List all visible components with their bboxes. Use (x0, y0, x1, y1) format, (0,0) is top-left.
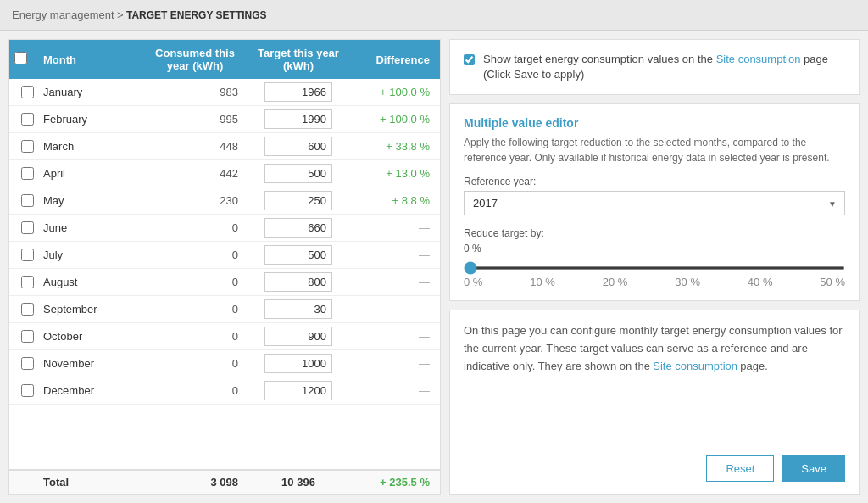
slider-tick-label: 0 % (464, 276, 482, 288)
row-target-input[interactable] (264, 82, 332, 102)
row-consumed: 448 (143, 140, 247, 153)
row-consumed: 442 (143, 167, 247, 180)
show-target-label: Show target energy consumption values on… (483, 52, 845, 82)
row-month: December (40, 384, 143, 397)
row-checkbox[interactable] (21, 140, 34, 153)
row-target-input[interactable] (264, 299, 332, 319)
footer-label: Total (40, 476, 143, 489)
row-target-input-container (247, 299, 350, 319)
breadcrumb: Energy management > TARGET ENERGY SETTIN… (0, 0, 868, 31)
month-col-header: Month (40, 53, 143, 66)
row-target-input[interactable] (264, 164, 332, 183)
row-month: March (40, 140, 143, 153)
row-checkbox-container[interactable] (14, 303, 40, 316)
row-target-input-container (247, 218, 350, 238)
slider-tick-label: 20 % (603, 276, 628, 288)
table-row: June 0 — (9, 215, 440, 242)
row-checkbox[interactable] (21, 194, 34, 207)
row-consumed: 0 (143, 357, 247, 370)
breadcrumb-separator: > (117, 8, 124, 21)
reduce-value: 0 % (464, 243, 845, 254)
table-body: January 983 + 100.0 % February 995 + 100… (9, 79, 440, 469)
row-month: May (40, 194, 143, 207)
row-diff: — (350, 221, 435, 234)
row-checkbox[interactable] (21, 330, 34, 343)
row-checkbox-container[interactable] (14, 249, 40, 261)
table-row: February 995 + 100.0 % (9, 106, 440, 133)
footer-target: 10 396 (247, 476, 350, 489)
row-target-input-container (247, 245, 350, 265)
row-checkbox-container[interactable] (14, 86, 40, 98)
row-target-input-container (247, 272, 350, 292)
row-target-input[interactable] (264, 218, 332, 238)
row-diff: + 13.0 % (350, 167, 435, 180)
row-target-input[interactable] (264, 109, 332, 129)
row-checkbox[interactable] (21, 303, 34, 316)
save-button[interactable]: Save (782, 455, 845, 482)
energy-table-panel: Month Consumed this year (kWh) Target th… (8, 39, 441, 495)
show-target-card: Show target energy consumption values on… (449, 39, 860, 95)
row-checkbox[interactable] (21, 86, 34, 98)
row-checkbox[interactable] (21, 249, 34, 261)
row-diff: + 33.8 % (350, 140, 435, 153)
row-checkbox[interactable] (21, 384, 34, 397)
select-all-checkbox-container[interactable] (14, 52, 40, 67)
row-checkbox-container[interactable] (14, 221, 40, 234)
slider-wrapper (464, 260, 845, 272)
site-consumption-link1[interactable]: Site consumption (716, 53, 801, 65)
row-target-input-container (247, 109, 350, 129)
row-diff: + 8.8 % (350, 194, 435, 207)
row-month: August (40, 276, 143, 288)
row-checkbox[interactable] (21, 113, 34, 126)
slider-tick-label: 30 % (675, 276, 700, 288)
row-target-input[interactable] (264, 354, 332, 373)
diff-col-header: Difference (350, 53, 435, 66)
ref-year-label: Reference year: (464, 176, 845, 187)
row-checkbox-container[interactable] (14, 113, 40, 126)
row-checkbox[interactable] (21, 357, 34, 370)
right-panel: Show target energy consumption values on… (449, 39, 860, 495)
row-target-input-container (247, 191, 350, 210)
row-target-input[interactable] (264, 191, 332, 210)
row-target-input-container (247, 82, 350, 102)
show-target-checkbox[interactable] (464, 53, 475, 66)
row-target-input[interactable] (264, 381, 332, 400)
row-target-input[interactable] (264, 272, 332, 292)
row-consumed: 983 (143, 86, 247, 98)
row-checkbox[interactable] (21, 276, 34, 288)
row-target-input-container (247, 327, 350, 346)
row-target-input-container (247, 137, 350, 156)
row-checkbox[interactable] (21, 167, 34, 180)
row-checkbox-container[interactable] (14, 167, 40, 180)
action-buttons: Reset Save (464, 455, 845, 482)
reduce-slider[interactable] (464, 266, 845, 270)
row-checkbox[interactable] (21, 221, 34, 234)
select-all-checkbox[interactable] (14, 52, 27, 64)
row-diff: — (350, 357, 435, 370)
multi-editor-card: Multiple value editor Apply the followin… (449, 103, 860, 301)
row-checkbox-container[interactable] (14, 357, 40, 370)
row-month: January (40, 86, 143, 98)
footer-consumed: 3 098 (143, 476, 247, 489)
row-checkbox-container[interactable] (14, 330, 40, 343)
row-checkbox-container[interactable] (14, 140, 40, 153)
ref-year-select[interactable]: 2017 2016 2015 2014 (464, 191, 845, 215)
row-diff: + 100.0 % (350, 113, 435, 126)
table-row: October 0 — (9, 323, 440, 350)
site-consumption-link2[interactable]: Site consumption (653, 360, 737, 372)
row-target-input[interactable] (264, 327, 332, 346)
row-target-input[interactable] (264, 137, 332, 156)
table-row: December 0 — (9, 377, 440, 405)
table-row: May 230 + 8.8 % (9, 187, 440, 215)
footer-diff: + 235.5 % (350, 476, 435, 489)
table-row: April 442 + 13.0 % (9, 160, 440, 187)
slider-container: 0 %10 %20 %30 %40 %50 % (464, 260, 845, 288)
row-target-input[interactable] (264, 245, 332, 265)
row-checkbox-container[interactable] (14, 276, 40, 288)
reset-button[interactable]: Reset (706, 455, 774, 482)
breadcrumb-parent: Energy management (12, 8, 114, 21)
multi-editor-desc: Apply the following target reduction to … (464, 135, 845, 165)
slider-ticks: 0 %10 %20 %30 %40 %50 % (464, 276, 845, 288)
row-checkbox-container[interactable] (14, 194, 40, 207)
row-checkbox-container[interactable] (14, 384, 40, 397)
